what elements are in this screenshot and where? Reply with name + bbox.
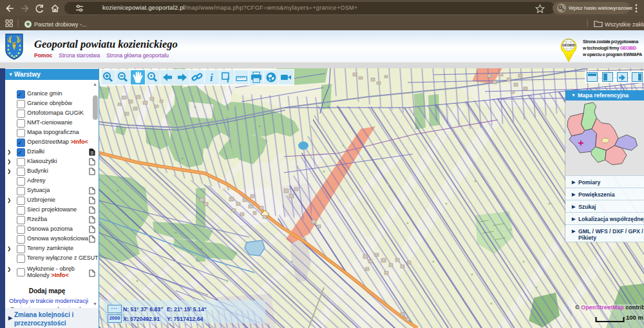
svg-text:i: i: [227, 75, 229, 84]
svg-text:i: i: [210, 72, 213, 84]
svg-text:GEOBID: GEOBID: [562, 43, 576, 47]
